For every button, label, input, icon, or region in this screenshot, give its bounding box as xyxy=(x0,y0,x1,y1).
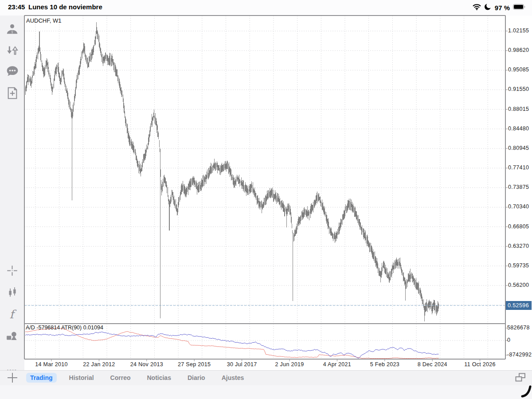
status-date: Lunes 10 de noviembre xyxy=(28,3,102,11)
price-axis-label: 0.63270 xyxy=(508,243,529,249)
chart-type-icon[interactable] xyxy=(0,284,24,301)
price-axis-label: 1.02155 xyxy=(508,27,529,34)
date-axis-label: 27 Sep 2015 xyxy=(178,361,211,368)
price-axis-label: 0.66805 xyxy=(508,223,529,230)
trade-arrows-icon[interactable] xyxy=(0,41,24,59)
ink-mark xyxy=(0,385,532,399)
indicator-axis-label: 5826678 xyxy=(507,325,530,331)
date-axis-label: 5 Feb 2023 xyxy=(370,361,399,368)
date-axis-label: 30 Jul 2017 xyxy=(227,361,257,368)
indicator-axis-label: 0 xyxy=(507,337,510,343)
tab-diario[interactable]: Diario xyxy=(184,373,209,383)
tab-ajustes[interactable]: Ajustes xyxy=(218,373,248,383)
home-area xyxy=(0,385,532,399)
account-icon[interactable] xyxy=(0,20,24,38)
date-axis-label: 2 Jun 2019 xyxy=(275,361,304,368)
battery-percent: 97 % xyxy=(495,4,510,12)
focus-moon-icon xyxy=(484,3,492,12)
date-axis-label: 4 Apr 2021 xyxy=(323,361,351,368)
price-chart-canvas[interactable] xyxy=(0,0,532,399)
price-axis-label: 0.70340 xyxy=(508,203,529,210)
symbol-period-label: AUDCHF, W1 xyxy=(26,17,61,24)
svg-text:f: f xyxy=(9,309,16,321)
price-axis-label: 0.98620 xyxy=(508,47,529,53)
crosshair-icon[interactable] xyxy=(0,262,24,279)
price-axis-label: 0.77410 xyxy=(508,164,529,171)
windows-icon[interactable] xyxy=(515,373,526,383)
current-price-badge: 0.52596 xyxy=(506,301,532,310)
price-axis-label: 0.88015 xyxy=(508,106,529,112)
price-axis-label: 0.84480 xyxy=(508,125,529,132)
new-chart-icon[interactable] xyxy=(0,84,24,102)
price-axis-label: 0.95085 xyxy=(508,66,529,73)
price-axis-label: 0.91550 xyxy=(508,86,529,92)
add-symbol-button[interactable] xyxy=(7,372,18,383)
price-axis-label: 0.59735 xyxy=(508,262,529,269)
date-axis-label: 22 Jan 2012 xyxy=(83,361,115,368)
clock: 23:45 xyxy=(8,3,25,11)
date-axis-label: 11 Oct 2026 xyxy=(464,361,495,368)
indicator-axis-label: -8742992 xyxy=(507,352,532,358)
status-icons: 97 % xyxy=(473,3,526,12)
indicator-function-icon[interactable]: f xyxy=(0,306,24,324)
objects-icon[interactable] xyxy=(0,327,24,345)
battery-icon xyxy=(513,4,526,12)
wifi-icon xyxy=(473,4,481,12)
price-axis-label: 0.56200 xyxy=(508,282,529,288)
date-axis-label: 24 Nov 2013 xyxy=(130,361,163,368)
tab-strip: TradingHistorialCorreoNoticiasDiarioAjus… xyxy=(26,370,248,385)
date-axis-label: 14 Mar 2010 xyxy=(35,361,67,368)
tab-correo[interactable]: Correo xyxy=(106,373,135,383)
tab-trading[interactable]: Trading xyxy=(26,373,57,383)
chat-icon[interactable] xyxy=(0,62,24,80)
price-axis-label: 0.73875 xyxy=(508,184,529,190)
tab-noticias[interactable]: Noticias xyxy=(143,373,175,383)
left-toolbar: f W1 xyxy=(0,16,24,370)
status-bar: 23:45 Lunes 10 de noviembre 97 % xyxy=(0,0,532,16)
indicator-values-label: A/D -5796814 ATR(90) 0.01094 xyxy=(26,325,103,331)
price-axis-label: 0.80945 xyxy=(508,145,529,151)
metatrader-screen: 23:45 Lunes 10 de noviembre 97 % xyxy=(0,0,532,399)
tab-historial[interactable]: Historial xyxy=(65,373,98,383)
date-axis-label: 8 Dec 2024 xyxy=(418,361,447,368)
